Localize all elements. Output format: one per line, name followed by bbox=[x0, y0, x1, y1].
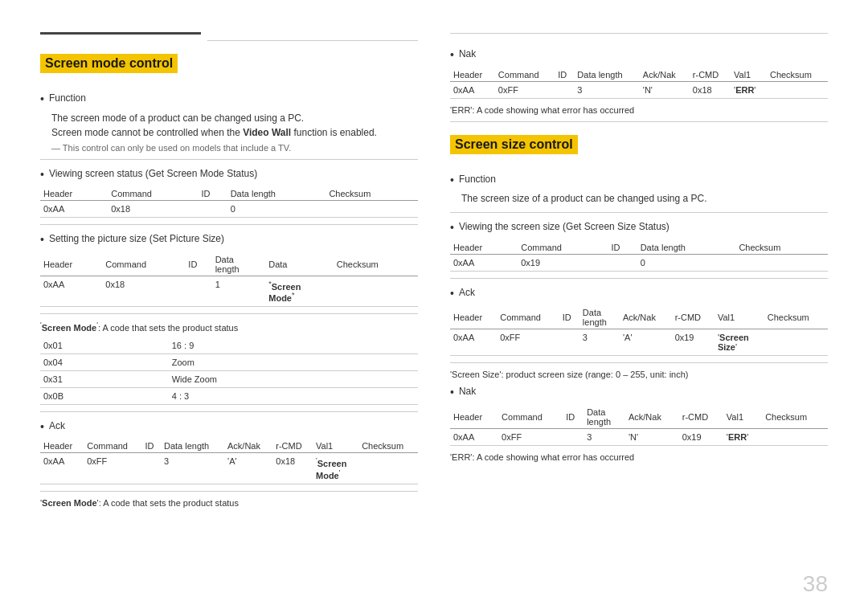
td-0xAA2: 0xAA bbox=[40, 276, 102, 306]
td-id-v2 bbox=[608, 254, 637, 271]
viewing2-table: Header Command ID Data length Checksum 0… bbox=[450, 239, 828, 272]
left-section-title: Screen mode control bbox=[40, 54, 178, 73]
screen-mode-val: ScreenMode bbox=[268, 281, 301, 303]
screen-mode-label2: Screen Mode bbox=[42, 498, 96, 508]
td-checksum-nak bbox=[767, 81, 828, 98]
td-3: 3 bbox=[161, 453, 224, 484]
th-command3: Command bbox=[84, 438, 141, 453]
function2-text: The screen size of a product can be chan… bbox=[461, 191, 828, 206]
ack2-table: Header Command ID Datalength Ack/Nak r-C… bbox=[450, 304, 828, 356]
page-container: Screen mode control • Function The scree… bbox=[0, 0, 868, 545]
val-desc-4: 4 : 3 bbox=[169, 387, 418, 404]
th-data-length2: Datalength bbox=[212, 251, 266, 276]
bullet-dot-r2: • bbox=[450, 220, 454, 236]
td-id-n2 bbox=[563, 428, 583, 445]
screen-mode-values-table: 0x01 16 : 9 0x04 Zoom 0x31 Wide Zoom 0x0… bbox=[40, 337, 418, 405]
th-command-v2: Command bbox=[518, 239, 608, 255]
bullet-nak: • bbox=[450, 47, 454, 63]
td-0x183: 0x18 bbox=[272, 453, 313, 484]
function-label: Function bbox=[49, 91, 86, 105]
td-checksum-a2 bbox=[764, 329, 828, 356]
th-checksum-v2: Checksum bbox=[735, 239, 828, 255]
th-id-n2: ID bbox=[563, 404, 583, 429]
left-column: Screen mode control • Function The scree… bbox=[40, 32, 418, 513]
bullet-dot-r: • bbox=[450, 173, 454, 189]
val-code-4: 0x0B bbox=[40, 387, 169, 404]
nak-label: Nak bbox=[459, 47, 476, 61]
th-id-nak: ID bbox=[555, 67, 574, 82]
val-row-2: 0x04 Zoom bbox=[40, 353, 418, 370]
td-checksum-v2 bbox=[735, 254, 828, 271]
nak-bullet: • Nak bbox=[450, 47, 828, 63]
nak-table-header-row: Header Command ID Data length Ack/Nak r-… bbox=[450, 67, 828, 82]
td-checksum2 bbox=[334, 276, 418, 306]
th-data2: Data bbox=[265, 251, 334, 276]
ack-table-header-row: Header Command ID Data length Ack/Nak r-… bbox=[40, 438, 418, 453]
td-screen-size-a2: 'ScreenSize' bbox=[714, 329, 764, 356]
th-rcmd-nak: r-CMD bbox=[690, 67, 731, 82]
err-note2: 'ERR': A code showing what error has occ… bbox=[450, 452, 828, 462]
th-datalength3: Data length bbox=[161, 438, 224, 453]
divider4 bbox=[40, 411, 418, 412]
viewing-table: Header Command ID Data length Checksum 0… bbox=[40, 186, 418, 218]
right-column: • Nak Header Command ID Data length Ack/… bbox=[450, 32, 828, 513]
td-0xAA-v2: 0xAA bbox=[450, 254, 518, 271]
viewing2-header-row: Header Command ID Data length Checksum bbox=[450, 239, 828, 255]
divider5 bbox=[40, 491, 418, 492]
td-id2 bbox=[185, 276, 211, 306]
divider-r4 bbox=[450, 362, 828, 363]
err-val2: ERR bbox=[728, 432, 747, 442]
td-3-nak: 3 bbox=[574, 81, 639, 98]
td-screen-mode-ack: 'ScreenMode' bbox=[313, 453, 358, 484]
divider-r2 bbox=[450, 212, 828, 213]
td-3-n2: 3 bbox=[583, 428, 625, 445]
td-3-a2: 3 bbox=[579, 329, 620, 356]
th-acknak3: Ack/Nak bbox=[224, 438, 272, 453]
function-bullet: • Function bbox=[40, 91, 418, 108]
th-checksum-a2: Checksum bbox=[764, 304, 828, 329]
td-ERR-n2: 'ERR' bbox=[723, 428, 762, 445]
divider-r3 bbox=[450, 278, 828, 279]
ast6: ' bbox=[339, 468, 341, 476]
ack-table: Header Command ID Data length Ack/Nak r-… bbox=[40, 438, 418, 484]
divider-r1 bbox=[450, 121, 828, 122]
th-command-a2: Command bbox=[497, 304, 559, 329]
nak2-bullet: • Nak bbox=[450, 384, 828, 401]
th-header: Header bbox=[40, 186, 108, 201]
top-line-accent bbox=[40, 32, 201, 35]
td-id-a2 bbox=[559, 329, 579, 356]
video-wall-bold: Video Wall bbox=[243, 127, 291, 138]
top-line-filler bbox=[207, 40, 418, 41]
th-id-v2: ID bbox=[608, 239, 637, 255]
function-lines: The screen mode of a product can be chan… bbox=[51, 111, 418, 140]
td-checksum-n2 bbox=[762, 428, 828, 445]
th-command-n2: Command bbox=[498, 404, 563, 429]
td-A-a2: 'A' bbox=[620, 329, 672, 356]
th-header-n2: Header bbox=[450, 404, 498, 429]
td-ERR-nak: 'ERR' bbox=[731, 81, 767, 98]
td-id3 bbox=[142, 453, 161, 484]
viewing-table-header-row: Header Command ID Data length Checksum bbox=[40, 186, 418, 201]
td-0xFF3: 0xFF bbox=[84, 453, 141, 484]
td-0xFF-n2: 0xFF bbox=[498, 428, 563, 445]
ack2-bullet: • Ack bbox=[450, 285, 828, 302]
nak2-table: Header Command ID Datalength Ack/Nak r-C… bbox=[450, 404, 828, 446]
setting-bullet: • Setting the picture size (Set Picture … bbox=[40, 231, 418, 248]
nak2-label: Nak bbox=[459, 384, 476, 398]
screen-size-desc: 'Screen Size': product screen size (rang… bbox=[450, 370, 828, 379]
td-0: 0 bbox=[227, 201, 326, 218]
ast14: ' bbox=[747, 432, 748, 442]
bullet-ack2: • bbox=[450, 286, 454, 302]
note-dash: ― bbox=[51, 143, 63, 153]
td-N-nak: 'N' bbox=[640, 81, 690, 98]
ack-bullet: • Ack bbox=[40, 419, 418, 435]
th-id-a2: ID bbox=[559, 304, 579, 329]
function-line2: Screen mode cannot be controlled when th… bbox=[51, 125, 418, 140]
right-top-header bbox=[450, 32, 828, 34]
td-0xAA: 0xAA bbox=[40, 201, 108, 218]
td-N-n2: 'N' bbox=[625, 428, 679, 445]
divider3 bbox=[40, 313, 418, 314]
screen-size-val: ScreenSize bbox=[718, 333, 749, 352]
th-checksum: Checksum bbox=[326, 186, 418, 201]
top-line-right-filler bbox=[450, 33, 828, 34]
